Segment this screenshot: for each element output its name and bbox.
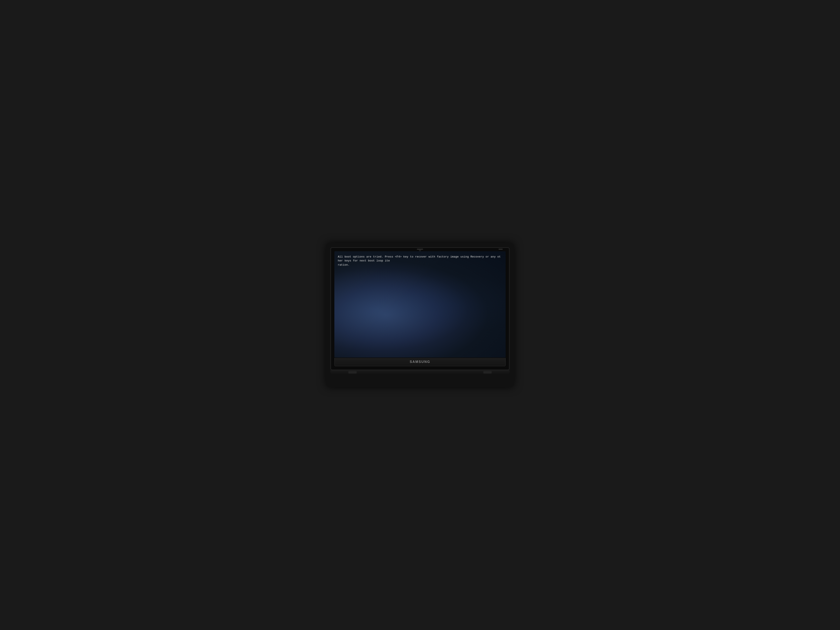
laptop-screen: All boot options are tried. Press <F4> k… xyxy=(335,251,505,357)
laptop-foot-left xyxy=(348,371,357,374)
boot-message-line2: ration. xyxy=(338,263,349,267)
screen-content: All boot options are tried. Press <F4> k… xyxy=(335,251,505,357)
boot-message-line1: All boot options are tried. Press <F4> k… xyxy=(338,255,501,262)
top-indicator-right xyxy=(499,249,503,249)
laptop-bezel: All boot options are tried. Press <F4> k… xyxy=(330,247,510,370)
samsung-logo: SAMSUNG xyxy=(410,360,430,364)
photo-frame: All boot options are tried. Press <F4> k… xyxy=(326,243,514,387)
laptop-base xyxy=(330,370,510,374)
webcam xyxy=(419,249,421,251)
boot-message: All boot options are tried. Press <F4> k… xyxy=(338,255,502,267)
laptop-bottom-bar: SAMSUNG xyxy=(335,358,505,366)
laptop-foot-right xyxy=(483,371,492,374)
